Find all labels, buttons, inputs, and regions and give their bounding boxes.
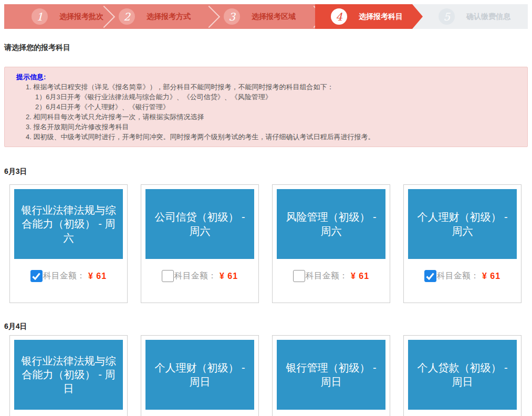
subject-tile[interactable]: 个人理财（初级） - 周日 — [145, 340, 254, 410]
subject-card: 个人理财（初级） - 周六 科目金额： ¥ 61 — [403, 184, 521, 303]
subject-card: 公司信贷（初级） - 周六 科目金额： ¥ 61 — [141, 184, 259, 303]
notice-line: 3. 报名开放期间允许修改报考科目 — [16, 122, 517, 132]
price-value: ¥ 61 — [482, 272, 500, 281]
price-label: 科目金额： — [43, 271, 85, 282]
notice-line: 1）6月3日开考《银行业法律法规与综合能力》、《公司信贷》、《风险管理》 — [16, 92, 517, 102]
subject-card: 银行业法律法规与综合能力（初级） - 周日 — [9, 335, 128, 416]
price-label: 科目金额： — [174, 271, 216, 282]
subject-checkbox[interactable] — [424, 270, 436, 282]
price-row: 科目金额： ¥ 61 — [408, 270, 517, 282]
subject-card-row: 银行业法律法规与综合能力（初级） - 周六 科目金额： ¥ 61 公司信贷（初级… — [9, 184, 521, 303]
price-row: 科目金额： ¥ 61 — [277, 270, 385, 282]
step-number-badge: 3 — [224, 8, 240, 25]
step-label: 选择报考科目 — [359, 12, 403, 22]
subject-tile[interactable]: 银行业法律法规与综合能力（初级） - 周六 — [14, 189, 123, 259]
price-value: ¥ 61 — [220, 272, 238, 281]
subject-checkbox[interactable] — [293, 270, 305, 282]
step-number-badge: 5 — [439, 8, 455, 25]
subject-tile[interactable]: 个人理财（初级） - 周六 — [408, 189, 517, 259]
page-title: 请选择您的报考科目 — [4, 43, 70, 53]
wizard-step-2: 2 选择报考方式 — [105, 4, 210, 29]
checkmark-icon — [32, 273, 40, 280]
subject-tile[interactable]: 个人贷款（初级） - 周日 — [408, 340, 517, 410]
section-date-heading: 6月4日 — [4, 322, 27, 331]
price-label: 科目金额： — [306, 271, 348, 282]
subject-checkbox[interactable] — [162, 270, 174, 282]
wizard-step-1: 1 选择报考批次 — [4, 4, 105, 29]
step-number-badge: 4 — [331, 8, 347, 25]
price-value: ¥ 61 — [351, 272, 369, 281]
section-date-heading: 6月3日 — [4, 167, 27, 176]
step-label: 选择报考区域 — [252, 12, 296, 22]
step-number-badge: 1 — [32, 8, 48, 25]
price-label: 科目金额： — [437, 271, 479, 282]
wizard-step-4: 4 选择报考科目 — [315, 4, 423, 29]
subject-tile[interactable]: 银行管理（初级） - 周日 — [277, 340, 385, 410]
subject-tile[interactable]: 风险管理（初级） - 周六 — [277, 189, 385, 259]
wizard-step-3: 3 选择报考区域 — [210, 4, 315, 29]
step-number-badge: 2 — [119, 8, 135, 25]
step-label: 选择报考方式 — [147, 12, 191, 22]
notice-title: 提示信息: — [16, 72, 517, 82]
notice-line: 2. 相同科目每次考试只允许报考一次，请根据实际情况选择 — [16, 112, 517, 122]
subject-card: 银行管理（初级） - 周日 — [272, 335, 390, 416]
step-wizard: 1 选择报考批次 2 选择报考方式 3 选择报考区域 4 选择报考科目 5 确认… — [4, 4, 528, 29]
subject-checkbox[interactable] — [30, 270, 43, 282]
subject-card: 风险管理（初级） - 周六 科目金额： ¥ 61 — [272, 184, 390, 303]
checkmark-icon — [426, 273, 434, 280]
wizard-step-5: 5 确认缴费信息 — [423, 4, 528, 29]
step-label: 确认缴费信息 — [466, 12, 510, 22]
price-row: 科目金额： ¥ 61 — [14, 270, 123, 282]
notice-line: 1. 根据考试日程安排（详见《报名简章》），部分科目不能同时报考，不能同时报考的… — [16, 82, 517, 92]
exam-registration-page: 1 选择报考批次 2 选择报考方式 3 选择报考区域 4 选择报考科目 5 确认… — [0, 0, 532, 416]
subject-card: 个人理财（初级） - 周日 — [141, 335, 259, 416]
subject-tile[interactable]: 公司信贷（初级） - 周六 — [145, 189, 254, 259]
price-value: ¥ 61 — [88, 272, 107, 281]
price-row: 科目金额： ¥ 61 — [145, 270, 254, 282]
notice-line: 4. 因初级、中级考试同时进行，开考时间冲突。同时报考两个级别考试的考生，请仔细… — [16, 132, 517, 142]
step-label: 选择报考批次 — [59, 12, 103, 22]
subject-card-row: 银行业法律法规与综合能力（初级） - 周日 个人理财（初级） - 周日 银行管理… — [9, 335, 521, 416]
subject-card: 银行业法律法规与综合能力（初级） - 周六 科目金额： ¥ 61 — [9, 184, 128, 303]
notice-box: 提示信息: 1. 根据考试日程安排（详见《报名简章》），部分科目不能同时报考，不… — [4, 67, 528, 147]
subject-tile[interactable]: 银行业法律法规与综合能力（初级） - 周日 — [14, 340, 123, 410]
subject-card: 个人贷款（初级） - 周日 — [403, 335, 521, 416]
notice-line: 2）6月4日开考《个人理财》、《银行管理》 — [16, 102, 517, 112]
